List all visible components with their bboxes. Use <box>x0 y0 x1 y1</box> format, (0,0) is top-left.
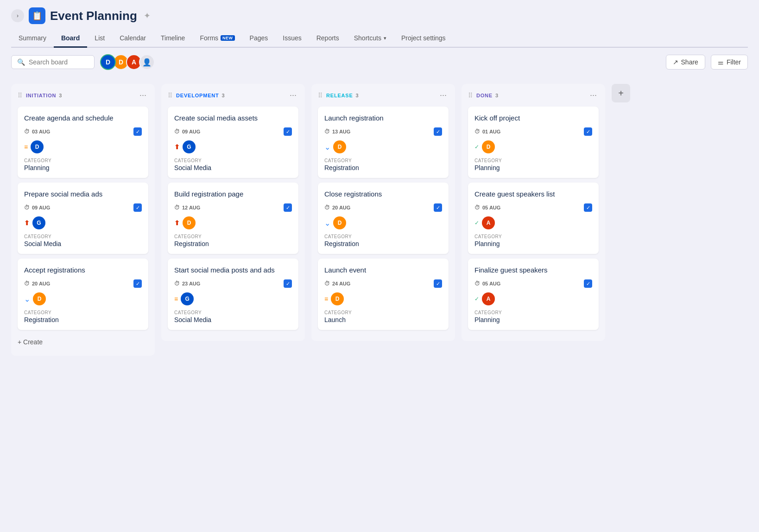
column-count-development: 3 <box>222 93 225 98</box>
card-assignee[interactable]: D <box>331 292 344 305</box>
card-checkbox[interactable]: ✓ <box>133 203 142 212</box>
card-checkbox[interactable]: ✓ <box>434 203 442 212</box>
tab-list[interactable]: List <box>87 30 112 48</box>
drag-handle-initiation[interactable]: ⠿ <box>18 92 22 99</box>
card-checkbox[interactable]: ✓ <box>434 279 442 288</box>
drag-handle-done[interactable]: ⠿ <box>468 92 473 99</box>
drag-handle-release[interactable]: ⠿ <box>318 92 323 99</box>
column-done: ⠿ DONE 3 ··· Kick off project ⏱ 01 AUG ✓… <box>462 84 605 341</box>
tab-timeline[interactable]: Timeline <box>153 30 192 48</box>
add-column-button[interactable]: + <box>612 84 630 102</box>
drag-handle-development[interactable]: ⠿ <box>168 92 172 99</box>
card-checkbox[interactable]: ✓ <box>584 203 592 212</box>
tab-reports[interactable]: Reports <box>309 30 347 48</box>
card-checkbox[interactable]: ✓ <box>133 279 142 288</box>
share-button[interactable]: ↗ Share <box>666 55 705 70</box>
tab-issues[interactable]: Issues <box>275 30 309 48</box>
add-member-avatar[interactable]: 👤 <box>139 54 155 70</box>
search-box[interactable]: 🔍 <box>11 55 95 69</box>
clock-icon: ⏱ <box>174 280 180 287</box>
card-initiation-2[interactable]: Accept registrations ⏱ 20 AUG ✓ ⌄ D Cate… <box>18 259 148 330</box>
card-assignee[interactable]: D <box>33 292 46 305</box>
priority-high-icon: ⬆ <box>174 143 180 151</box>
card-date: ⏱ 05 AUG <box>474 280 500 287</box>
card-category: Category Planning <box>24 158 142 171</box>
card-assignee[interactable]: G <box>183 140 196 153</box>
card-release-1[interactable]: Close registrations ⏱ 20 AUG ✓ ⌄ D Categ… <box>318 183 449 254</box>
card-title: Prepare social media ads <box>24 189 142 199</box>
badge-new: NEW <box>221 35 235 41</box>
filter-button[interactable]: ⚌ Filter <box>711 55 748 70</box>
tab-forms[interactable]: FormsNEW <box>192 30 242 48</box>
card-checkbox[interactable]: ✓ <box>434 127 442 136</box>
card-initiation-1[interactable]: Prepare social media ads ⏱ 09 AUG ✓ ⬆ G … <box>18 183 148 254</box>
card-assignee[interactable]: D <box>333 216 346 229</box>
card-initiation-0[interactable]: Create agenda and schedule ⏱ 03 AUG ✓ ≡ … <box>18 107 148 178</box>
card-checkbox[interactable]: ✓ <box>284 279 292 288</box>
card-category: Category Planning <box>474 158 592 171</box>
tab-board[interactable]: Board <box>54 30 87 48</box>
card-assignee[interactable]: A <box>482 216 495 229</box>
card-meta: ⏱ 09 AUG ✓ <box>24 203 142 212</box>
clock-icon: ⏱ <box>24 204 30 211</box>
card-meta: ⏱ 03 AUG ✓ <box>24 127 142 136</box>
card-release-0[interactable]: Launch registration ⏱ 13 AUG ✓ ⌄ D Categ… <box>318 107 449 178</box>
sidebar-toggle-button[interactable]: › <box>11 9 24 22</box>
column-menu-development[interactable]: ··· <box>288 90 298 100</box>
tab-shortcuts[interactable]: Shortcuts▾ <box>347 30 394 48</box>
card-assignee[interactable]: D <box>183 216 196 229</box>
column-title-development: DEVELOPMENT 3 <box>176 93 288 98</box>
card-footer: ✓ A <box>474 216 592 229</box>
toolbar-left: 🔍 DDA👤 <box>11 54 155 70</box>
avatar-0[interactable]: D <box>100 54 116 70</box>
tab-summary[interactable]: Summary <box>11 30 54 48</box>
tab-project-settings[interactable]: Project settings <box>394 30 453 48</box>
column-menu-done[interactable]: ··· <box>588 90 599 100</box>
toolbar: 🔍 DDA👤 ↗ Share ⚌ Filter <box>0 48 759 76</box>
card-checkbox[interactable]: ✓ <box>584 127 592 136</box>
card-date: ⏱ 09 AUG <box>174 128 200 135</box>
card-checkbox[interactable]: ✓ <box>284 203 292 212</box>
card-done-0[interactable]: Kick off project ⏱ 01 AUG ✓ ✓ D Category… <box>468 107 599 178</box>
tab-pages[interactable]: Pages <box>242 30 276 48</box>
card-date: ⏱ 09 AUG <box>24 204 50 211</box>
card-release-2[interactable]: Launch event ⏱ 24 AUG ✓ ≡ D Category Lau… <box>318 259 449 330</box>
card-done-2[interactable]: Finalize guest speakers ⏱ 05 AUG ✓ ✓ A C… <box>468 259 599 330</box>
card-development-2[interactable]: Start social media posts and ads ⏱ 23 AU… <box>168 259 298 330</box>
tab-label-reports: Reports <box>316 34 339 42</box>
card-checkbox[interactable]: ✓ <box>284 127 292 136</box>
column-title-done: DONE 3 <box>476 93 588 98</box>
clock-icon: ⏱ <box>324 280 330 287</box>
star-icon[interactable]: ✦ <box>144 11 151 21</box>
card-footer: ≡ D <box>324 292 442 305</box>
create-card-button-initiation[interactable]: + Create <box>18 335 148 349</box>
card-assignee[interactable]: D <box>31 140 44 153</box>
column-count-initiation: 3 <box>59 93 62 98</box>
search-input[interactable] <box>29 58 89 66</box>
card-done-1[interactable]: Create guest speakers list ⏱ 05 AUG ✓ ✓ … <box>468 183 599 254</box>
card-development-1[interactable]: Build registration page ⏱ 12 AUG ✓ ⬆ D C… <box>168 183 298 254</box>
card-footer: ⬆ G <box>174 140 292 153</box>
search-icon: 🔍 <box>17 58 25 66</box>
card-assignee[interactable]: D <box>333 140 346 153</box>
card-title: Close registrations <box>324 189 442 199</box>
card-development-0[interactable]: Create social media assets ⏱ 09 AUG ✓ ⬆ … <box>168 107 298 178</box>
card-assignee[interactable]: G <box>32 216 45 229</box>
column-count-release: 3 <box>356 93 359 98</box>
page-title: Event Planning <box>50 9 137 23</box>
column-menu-release[interactable]: ··· <box>438 90 449 100</box>
card-assignee[interactable]: D <box>482 140 495 153</box>
tab-calendar[interactable]: Calendar <box>112 30 153 48</box>
column-header-done: ⠿ DONE 3 ··· <box>468 90 599 100</box>
header-top: › 📋 Event Planning ✦ <box>11 7 748 24</box>
card-footer: ≡ G <box>174 292 292 305</box>
card-category: Category Social Media <box>24 234 142 247</box>
tab-label-timeline: Timeline <box>161 34 185 42</box>
tab-label-shortcuts: Shortcuts <box>354 34 381 42</box>
column-count-done: 3 <box>495 93 499 98</box>
card-assignee[interactable]: A <box>482 292 495 305</box>
card-checkbox[interactable]: ✓ <box>584 279 592 288</box>
column-menu-initiation[interactable]: ··· <box>138 90 148 100</box>
card-checkbox[interactable]: ✓ <box>133 127 142 136</box>
card-assignee[interactable]: G <box>181 292 194 305</box>
